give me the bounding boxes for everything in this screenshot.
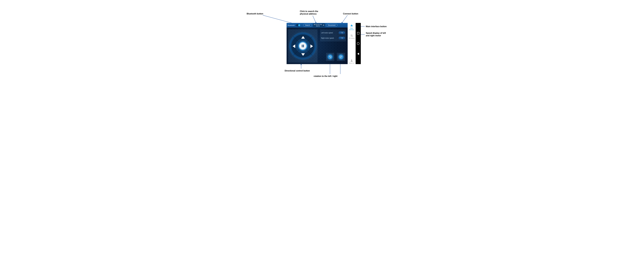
rotate-left-container [326, 53, 334, 61]
pause-icon [302, 44, 304, 48]
search-button[interactable]: Search [303, 24, 312, 27]
svg-line-4 [342, 15, 348, 24]
toggle-knob [298, 24, 300, 26]
connect-button[interactable]: Disconnect [326, 24, 338, 27]
speed-panel: Left motor speed: 7.5 Right motor speed:… [320, 29, 346, 42]
side-tabs: Main interface PID debug About us [348, 23, 356, 66]
address-value: 98:D3:31:FB: 80:F4 [314, 24, 322, 27]
left-motor-label: Left motor speed: [321, 32, 333, 34]
nav-back-icon[interactable] [357, 53, 359, 55]
right-motor-label: Right motor speed: [321, 37, 334, 39]
tab-about-label: About us [349, 62, 354, 64]
tab-pid-debug[interactable]: PID debug [348, 34, 354, 39]
rotate-left-button[interactable] [327, 54, 333, 60]
address-dropdown[interactable]: 98:D3:31:FB: 80:F4 [313, 24, 325, 27]
rotate-right-container [337, 53, 345, 61]
phone-frame: Bluetooth Search 98:D3:31:FB: 80:F4 Disc… [286, 23, 361, 64]
topbar: Bluetooth Search 98:D3:31:FB: 80:F4 Disc… [286, 23, 348, 28]
dpad-center-pause-button[interactable] [298, 42, 307, 50]
svg-point-22 [351, 60, 352, 60]
dpad [289, 32, 316, 60]
tab-about-us[interactable]: About us [349, 59, 354, 64]
right-motor-value: 7.5 [338, 37, 345, 40]
android-navbar [356, 23, 361, 64]
rotate-ccw-icon [328, 55, 332, 58]
rotate-cw-icon [339, 55, 342, 58]
nav-home-icon[interactable] [357, 42, 360, 45]
svg-point-21 [352, 36, 352, 36]
dpad-container [288, 29, 318, 62]
bluetooth-toggle[interactable] [296, 24, 300, 26]
person-icon [350, 59, 353, 62]
tab-pid-label: PID debug [348, 38, 354, 39]
dpad-left-button[interactable] [293, 44, 295, 48]
left-motor-value: 7.5 [338, 32, 345, 34]
diagram-canvas: Bluetooth button Click to search the phy… [223, 0, 421, 78]
speed-row-left: Left motor speed: 7.5 [321, 32, 345, 34]
home-icon [350, 24, 353, 27]
speed-row-right: Right motor speed: 7.5 [321, 37, 345, 40]
dpad-up-button[interactable] [301, 36, 305, 38]
chevron-down-icon [323, 25, 324, 26]
sliders-icon [350, 34, 353, 37]
bluetooth-label: Bluetooth [288, 24, 295, 26]
svg-point-19 [351, 35, 352, 36]
app-screen: Bluetooth Search 98:D3:31:FB: 80:F4 Disc… [286, 23, 348, 64]
tab-main-label: Main interface [349, 28, 354, 30]
nav-recent-icon[interactable] [357, 32, 359, 34]
dpad-down-button[interactable] [301, 53, 305, 56]
tab-main-interface[interactable]: Main interface [349, 24, 354, 30]
rotate-right-button[interactable] [338, 54, 344, 60]
dpad-right-button[interactable] [310, 44, 313, 48]
